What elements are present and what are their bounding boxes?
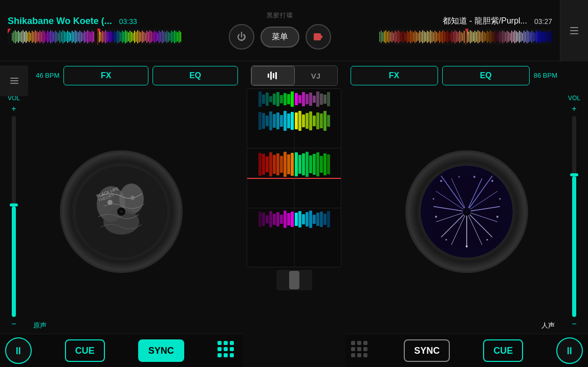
- svg-rect-318: [306, 212, 309, 226]
- svg-rect-302: [320, 156, 323, 173]
- svg-rect-291: [269, 152, 272, 176]
- svg-rect-184: [487, 31, 488, 43]
- svg-rect-214: [533, 32, 534, 42]
- left-vol-section: VOL + −: [8, 89, 20, 334]
- svg-rect-14: [32, 31, 33, 43]
- svg-rect-172: [468, 32, 469, 42]
- right-sync-button[interactable]: SYNC: [404, 339, 450, 362]
- svg-rect-307: [284, 211, 287, 228]
- header-center: 黑胶打碟 ⏻ 菜单: [224, 11, 336, 50]
- right-vol-minus[interactable]: −: [572, 319, 576, 329]
- svg-rect-156: [442, 30, 443, 43]
- svg-rect-264: [291, 112, 294, 130]
- left-vol-fill: [12, 207, 16, 317]
- right-cue-button[interactable]: CUE: [483, 339, 523, 362]
- left-eq-button[interactable]: EQ: [153, 66, 237, 85]
- menu-button[interactable]: 菜单: [260, 27, 299, 48]
- grid-dot: [351, 341, 355, 345]
- svg-rect-95: [157, 33, 158, 41]
- right-panel-toggle[interactable]: [560, 0, 588, 61]
- header-right: 都知道 - 龍胆紫/Purpl... 03:27: [336, 11, 560, 50]
- svg-rect-299: [309, 155, 312, 173]
- left-cue-button[interactable]: CUE: [65, 339, 105, 362]
- left-vol-plus[interactable]: +: [11, 104, 16, 113]
- right-vol-slider[interactable]: [572, 116, 576, 317]
- right-eq-button[interactable]: EQ: [442, 66, 530, 85]
- left-fx-button[interactable]: FX: [63, 66, 148, 85]
- svg-rect-149: [431, 31, 432, 42]
- left-pause-button[interactable]: ⏸: [5, 337, 32, 364]
- svg-rect-174: [471, 31, 472, 42]
- left-vol-minus[interactable]: −: [11, 319, 16, 329]
- svg-rect-74: [125, 30, 126, 43]
- svg-rect-286: [287, 154, 290, 174]
- svg-rect-60: [103, 32, 104, 42]
- left-turntable[interactable]: BLACK LIFE THEORY: [60, 150, 183, 273]
- left-sync-button[interactable]: SYNC: [138, 339, 184, 362]
- svg-rect-117: [385, 30, 386, 43]
- svg-rect-145: [428, 32, 429, 42]
- crossfader-handle[interactable]: [289, 271, 299, 289]
- svg-rect-271: [266, 116, 269, 126]
- right-vol-plus[interactable]: +: [572, 104, 576, 113]
- right-vol-handle[interactable]: [570, 173, 578, 176]
- grid-dot: [217, 353, 222, 357]
- grid-dot: [230, 353, 234, 357]
- left-grid-button[interactable]: [217, 340, 237, 361]
- right-turntable[interactable]: [405, 150, 528, 273]
- mixer-tab-waveform[interactable]: [251, 66, 295, 85]
- grid-dot: [363, 353, 367, 357]
- crossfader[interactable]: [276, 270, 312, 290]
- svg-rect-274: [295, 112, 298, 129]
- svg-rect-11: [27, 32, 28, 41]
- svg-rect-162: [451, 31, 452, 43]
- left-panel-button[interactable]: [0, 65, 28, 96]
- svg-rect-15: [33, 32, 34, 42]
- svg-rect-133: [410, 30, 411, 43]
- svg-rect-164: [454, 30, 455, 43]
- svg-rect-238: [270, 72, 272, 80]
- svg-rect-33: [61, 32, 62, 42]
- svg-rect-185: [488, 32, 489, 42]
- svg-rect-169: [462, 33, 463, 41]
- left-vol-slider[interactable]: [12, 116, 16, 317]
- svg-rect-313: [262, 213, 265, 226]
- power-button[interactable]: ⏻: [229, 24, 254, 50]
- svg-rect-270: [269, 111, 272, 130]
- svg-rect-168: [461, 32, 462, 42]
- left-bottom-controls: ⏸ CUE SYNC: [0, 334, 243, 367]
- svg-rect-188: [493, 32, 494, 41]
- right-pause-button[interactable]: ⏸: [556, 337, 583, 364]
- svg-rect-194: [502, 30, 503, 43]
- right-fx-button[interactable]: FX: [351, 66, 438, 85]
- svg-rect-177: [476, 32, 477, 42]
- svg-rect-79: [133, 33, 134, 41]
- svg-rect-224: [548, 31, 549, 43]
- svg-rect-196: [505, 32, 506, 41]
- svg-rect-269: [273, 114, 276, 128]
- svg-rect-208: [524, 31, 525, 43]
- svg-rect-43: [76, 31, 77, 42]
- record-button[interactable]: [306, 24, 331, 50]
- svg-rect-303: [323, 153, 326, 175]
- left-vol-handle[interactable]: [10, 203, 18, 207]
- grid-dot: [224, 353, 228, 357]
- svg-rect-46: [81, 32, 82, 42]
- right-waveform-header: [378, 29, 552, 45]
- svg-rect-53: [92, 31, 93, 43]
- svg-rect-199: [510, 33, 511, 41]
- left-track-title: Shikabane Wo Koete (...: [8, 16, 112, 27]
- svg-rect-294: [258, 153, 262, 176]
- svg-rect-254: [295, 93, 298, 105]
- svg-rect-260: [316, 91, 319, 107]
- svg-point-346: [466, 245, 468, 247]
- mixer-tab-vj[interactable]: VJ: [295, 66, 337, 85]
- right-grid-button[interactable]: [351, 340, 371, 361]
- svg-rect-306: [287, 213, 290, 225]
- svg-rect-108: [177, 32, 178, 41]
- left-waveform-header: [8, 29, 182, 45]
- svg-rect-215: [534, 33, 535, 41]
- header-buttons: ⏻ 菜单: [229, 24, 331, 50]
- left-pause-icon: ⏸: [13, 345, 24, 357]
- svg-rect-312: [266, 215, 269, 223]
